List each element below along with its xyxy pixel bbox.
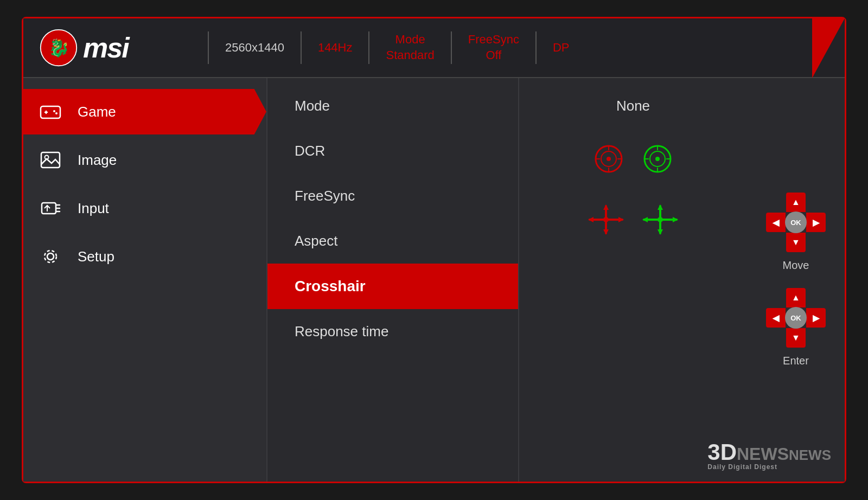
watermark-brand-suffix: NEWS	[737, 444, 789, 464]
controls-panel: ▲ ▼ ◀ ▶ OK Move	[747, 78, 845, 482]
header: 🐉 msi 2560x1440 144Hz ModeStandard FreeS…	[23, 18, 845, 78]
dpad-down-button[interactable]: ▼	[786, 233, 806, 252]
right-item-empty-2	[519, 293, 747, 337]
svg-rect-7	[41, 152, 60, 168]
image-icon	[40, 149, 61, 171]
right-item-empty-3	[519, 337, 747, 380]
svg-marker-39	[658, 204, 663, 210]
crosshair-cross-green-icon[interactable]	[641, 203, 679, 236]
header-divider-4	[451, 31, 452, 64]
right-item-dcr-icons	[519, 129, 747, 189]
menu-item-aspect[interactable]: Aspect	[267, 219, 518, 264]
setup-icon	[40, 246, 61, 267]
none-label: None	[616, 98, 650, 114]
dcr-circle-green-icon[interactable]	[641, 143, 674, 175]
right-item-none: None	[519, 84, 747, 129]
dpad-ok-button[interactable]: OK	[785, 211, 807, 233]
svg-marker-41	[642, 217, 648, 222]
freesync-stat: FreeSyncOff	[468, 32, 519, 63]
logo-area: 🐉 msi	[40, 29, 192, 67]
dpad-down-icon: ▼	[792, 238, 800, 247]
svg-rect-2	[41, 106, 60, 118]
dpad-right-button[interactable]: ▶	[806, 213, 826, 232]
right-item-crosshair-icons	[519, 189, 747, 250]
svg-point-25	[655, 157, 660, 161]
port-stat: DP	[553, 40, 570, 56]
sidebar: Game Image	[23, 78, 267, 482]
msi-logo-icon: 🐉	[40, 29, 78, 67]
right-item-empty-1	[519, 250, 747, 293]
screen-container: 🐉 msi 2560x1440 144Hz ModeStandard FreeS…	[22, 17, 846, 483]
sidebar-item-game[interactable]: Game	[23, 89, 266, 134]
menu-item-mode[interactable]: Mode	[267, 84, 518, 129]
svg-marker-35	[618, 217, 624, 222]
enter-dpad-up-icon: ▲	[792, 293, 800, 303]
svg-point-5	[53, 110, 55, 112]
svg-marker-42	[673, 217, 678, 222]
header-divider-2	[301, 31, 302, 64]
svg-marker-32	[603, 204, 609, 210]
sidebar-item-setup-label: Setup	[78, 248, 114, 265]
enter-dpad-down-button[interactable]: ▼	[786, 328, 806, 348]
enter-dpad-down-icon: ▼	[792, 333, 800, 343]
svg-rect-9	[42, 203, 56, 214]
sidebar-item-input-label: Input	[78, 200, 109, 217]
svg-point-14	[47, 253, 54, 260]
dpad-left-icon: ◀	[773, 217, 779, 228]
menu-item-response-time[interactable]: Response time	[267, 309, 518, 354]
watermark-brand: 3D	[707, 439, 737, 465]
move-dpad-container: ▲ ▼ ◀ ▶ OK Move	[766, 193, 826, 272]
middle-panel: Mode DCR FreeSync Aspect Crosshair Respo…	[267, 78, 519, 482]
move-label: Move	[783, 259, 809, 272]
sidebar-item-setup[interactable]: Setup	[23, 234, 266, 279]
enter-dpad-right-icon: ▶	[813, 313, 819, 323]
mode-stat: ModeStandard	[386, 32, 434, 63]
watermark: 3DNEWSNEWS Daily Digital Digest	[707, 441, 831, 471]
right-panel: None	[519, 78, 747, 482]
svg-text:🐉: 🐉	[48, 37, 70, 58]
sidebar-item-game-label: Game	[78, 104, 116, 120]
svg-point-18	[607, 157, 611, 161]
menu-item-crosshair[interactable]: Crosshair	[267, 264, 518, 309]
sidebar-item-input[interactable]: Input	[23, 185, 266, 231]
enter-label: Enter	[783, 355, 809, 367]
menu-item-dcr[interactable]: DCR	[267, 129, 518, 174]
svg-point-6	[55, 112, 58, 114]
refresh-rate-stat: 144Hz	[318, 40, 353, 56]
watermark-tagline: Daily Digital Digest	[707, 464, 831, 471]
resolution-stat: 2560x1440	[225, 40, 284, 56]
svg-marker-40	[658, 229, 663, 235]
main-content: Game Image	[23, 78, 845, 482]
dpad-up-icon: ▲	[792, 197, 800, 207]
enter-dpad-container: ▲ ▼ ◀ ▶ OK Enter	[766, 288, 826, 367]
dpad-up-button[interactable]: ▲	[786, 193, 806, 212]
svg-point-15	[44, 251, 56, 262]
enter-dpad-up-button[interactable]: ▲	[786, 288, 806, 307]
menu-item-freesync[interactable]: FreeSync	[267, 174, 518, 219]
enter-dpad-ok-label: OK	[790, 314, 801, 322]
input-icon	[40, 197, 61, 219]
header-divider-1	[208, 31, 209, 64]
enter-dpad-left-icon: ◀	[773, 313, 779, 323]
enter-dpad: ▲ ▼ ◀ ▶ OK	[766, 288, 826, 348]
header-divider-5	[535, 31, 537, 64]
header-divider-3	[368, 31, 369, 64]
game-icon	[40, 101, 61, 123]
enter-dpad-left-button[interactable]: ◀	[766, 308, 786, 328]
sidebar-item-image[interactable]: Image	[23, 137, 266, 183]
dpad-right-icon: ▶	[813, 217, 819, 228]
svg-marker-33	[603, 229, 609, 235]
svg-marker-34	[588, 217, 593, 222]
dcr-circle-red-icon[interactable]	[592, 143, 625, 175]
dpad-ok-label: OK	[790, 219, 801, 227]
move-dpad: ▲ ▼ ◀ ▶ OK	[766, 193, 826, 252]
sidebar-item-image-label: Image	[78, 152, 117, 169]
msi-brand-text: msi	[83, 31, 129, 64]
enter-dpad-right-button[interactable]: ▶	[806, 308, 826, 328]
enter-dpad-ok-button[interactable]: OK	[785, 307, 807, 329]
crosshair-cross-red-icon[interactable]	[587, 203, 625, 236]
dpad-left-button[interactable]: ◀	[766, 213, 786, 232]
